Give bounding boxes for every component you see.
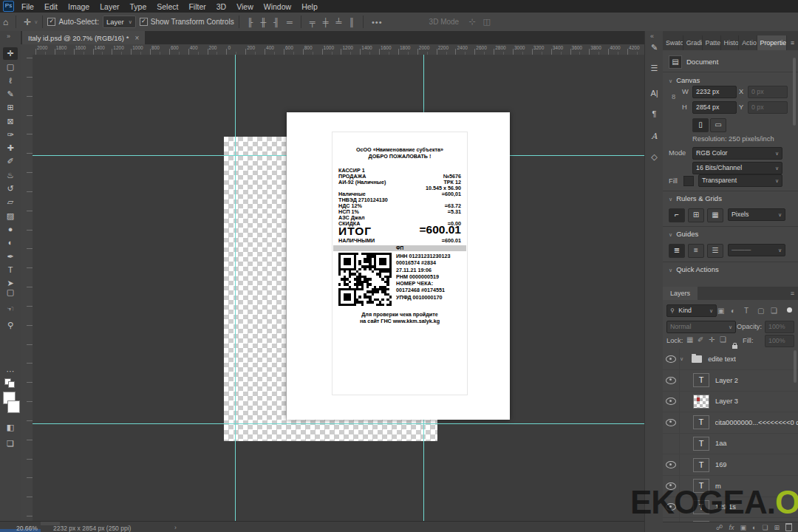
filter-pixel-layers-icon[interactable]: ▣ (717, 307, 724, 315)
clear-guides-icon[interactable]: ☰ (707, 244, 723, 258)
width-input[interactable]: 2232 px (692, 86, 737, 98)
canvas-viewport[interactable]: ОсОО «Наименование субъекта» ДОБРО ПОЖАЛ… (33, 55, 644, 521)
background-color-swatch[interactable] (7, 400, 20, 413)
lasso-tool[interactable]: ℓ (3, 75, 18, 87)
glyphs-panel-icon[interactable]: A (648, 130, 661, 143)
layers-panel-menu-icon[interactable]: ≡ (787, 287, 798, 300)
swap-colors-icon[interactable] (8, 381, 15, 388)
guide-style-select[interactable]: ———∨ (728, 244, 785, 256)
toggle-grid-icon[interactable]: ⊞ (688, 208, 704, 222)
add-mask-icon[interactable]: ▣ (740, 524, 746, 531)
menu-file[interactable]: File (16, 2, 39, 11)
layer-row[interactable]: T169 (663, 454, 798, 476)
delete-layer-icon[interactable] (785, 523, 792, 531)
distribute-center-icon[interactable]: ╪ (319, 18, 332, 27)
history-brush-tool[interactable]: ↺ (3, 183, 18, 195)
properties-scrollbar[interactable] (793, 58, 796, 126)
quick-actions-section-header[interactable]: ∨Quick Actions (669, 265, 719, 273)
height-input[interactable]: 2854 px (692, 101, 737, 114)
panel-menu-icon[interactable]: ≡ (787, 35, 798, 50)
quick-selection-tool[interactable]: ✎ (3, 88, 18, 100)
menu-filter[interactable]: Filter (183, 2, 211, 11)
layer-name[interactable]: edite text (708, 355, 736, 363)
3d-orbit-icon[interactable]: ⊹ (465, 17, 479, 27)
tool-presets-panel-icon[interactable]: ☰ (648, 62, 661, 75)
close-tab-icon[interactable]: × (134, 34, 139, 42)
toggle-rulers-icon[interactable]: ⌐ (669, 208, 685, 222)
chevron-down-icon[interactable]: ∨ (680, 356, 683, 362)
quick-mask-toggle[interactable]: ◧ (3, 421, 18, 434)
rectangular-marquee-tool[interactable]: ▢ (3, 61, 18, 73)
distribute-right-icon[interactable]: ╧ (332, 18, 345, 27)
rectangle-tool[interactable]: ▢ (3, 286, 18, 299)
adjustment-layer-icon[interactable]: ◐ (752, 524, 756, 531)
3d-camera-icon[interactable]: ◫ (479, 17, 494, 27)
collapse-toolbar-icon[interactable]: » (7, 33, 10, 40)
tab-layers[interactable]: Layers (663, 287, 698, 300)
canvas-section-header[interactable]: ∨Canvas (669, 76, 700, 84)
layer-row[interactable]: TLayer 2 (663, 370, 798, 392)
layer-row[interactable]: Tcita0000000...<<<<<<<<0 d (663, 412, 798, 434)
more-tools-icon[interactable]: ⋯ (3, 365, 18, 378)
fill-swatch[interactable] (683, 176, 694, 186)
blur-tool[interactable]: ● (3, 223, 18, 236)
filter-type-layers-icon[interactable]: T (744, 307, 748, 315)
toggle-guides-icon[interactable]: ≣ (669, 244, 685, 258)
menu-window[interactable]: Window (259, 2, 296, 11)
auto-select-target-dropdown[interactable]: Layer∨ (103, 16, 136, 28)
filter-shape-layers-icon[interactable]: ▢ (757, 307, 764, 315)
move-tool-preset-icon[interactable]: ✛ (21, 17, 34, 27)
layer-name[interactable]: Layer 2 (715, 377, 738, 384)
status-chevron-icon[interactable]: › (174, 524, 177, 531)
dodge-tool[interactable]: ◐ (3, 236, 18, 249)
layer-filter-kind-select[interactable]: ⚲ Kind∨ (666, 304, 717, 317)
layer-name[interactable]: Layer 3 (715, 398, 738, 405)
gradient-tool[interactable]: ▨ (3, 210, 18, 222)
tab-properties[interactable]: Properties (757, 35, 787, 50)
tab-actio[interactable]: Actio (739, 35, 757, 50)
menu-help[interactable]: Help (296, 2, 323, 11)
align-center-horizontal-icon[interactable]: ╫ (256, 18, 270, 27)
type-tool[interactable]: T (3, 264, 18, 276)
auto-select-checkbox[interactable]: ✓ (47, 18, 55, 26)
home-icon[interactable]: ⌂ (0, 17, 11, 27)
distribute-left-icon[interactable]: ╤ (306, 18, 319, 27)
document-tab[interactable]: Italy id.psd @ 20.7% (RGB/16) * × (22, 31, 145, 44)
layer-visibility-toggle[interactable] (663, 391, 680, 412)
tab-histo[interactable]: Histo (721, 35, 740, 50)
lock-transparent-icon[interactable]: ▦ (686, 335, 693, 344)
menu-image[interactable]: Image (63, 2, 95, 11)
collapse-panels-icon[interactable]: « (650, 33, 654, 40)
lock-position-icon[interactable]: ✛ (709, 335, 715, 344)
libraries-panel-icon[interactable]: ◇ (648, 151, 661, 163)
screen-mode-toggle[interactable]: ❏ (3, 437, 18, 450)
layer-name[interactable]: cita0000000...<<<<<<<<0 d (715, 419, 798, 426)
layer-row[interactable]: ∨edite text (663, 349, 798, 370)
menu-select[interactable]: Select (151, 2, 183, 11)
layer-visibility-toggle[interactable] (663, 433, 680, 454)
menu-edit[interactable]: Edit (39, 2, 63, 11)
guides-section-header[interactable]: ∨Guides (669, 230, 698, 238)
menu-3d[interactable]: 3D (211, 2, 231, 11)
color-mode-select[interactable]: RGB Color∨ (692, 147, 782, 160)
eraser-tool[interactable]: ▱ (3, 196, 18, 208)
horizontal-ruler[interactable]: 2000180016001400120010008006004002000200… (33, 44, 644, 55)
tab-patte[interactable]: Patte (703, 35, 721, 50)
link-dimensions-icon[interactable]: 8 (672, 93, 675, 100)
crop-tool[interactable]: ⊞ (3, 101, 18, 114)
rulers-grids-section-header[interactable]: ∨Rulers & Grids (669, 194, 722, 202)
pen-tool[interactable]: ✒ (3, 250, 18, 263)
zoom-level[interactable]: 20.66% (16, 525, 38, 532)
hand-tool[interactable]: ☜ (3, 303, 18, 316)
layer-effects-icon[interactable]: fx (729, 524, 734, 531)
layer-row[interactable]: Layer 3 (663, 391, 798, 412)
lock-artboard-icon[interactable]: ❏ (720, 335, 726, 344)
more-options-icon[interactable]: ••• (368, 18, 386, 27)
eyedropper-tool[interactable]: ✑ (3, 129, 18, 141)
vertical-ruler[interactable] (21, 55, 33, 521)
layer-name[interactable]: 1aa (715, 440, 727, 447)
lock-guides-icon[interactable]: ≡ (688, 244, 704, 258)
layer-visibility-toggle[interactable] (663, 412, 680, 433)
show-transform-checkbox[interactable]: ✓ (140, 18, 148, 26)
bit-depth-select[interactable]: 16 Bits/Channel∨ (692, 162, 782, 174)
